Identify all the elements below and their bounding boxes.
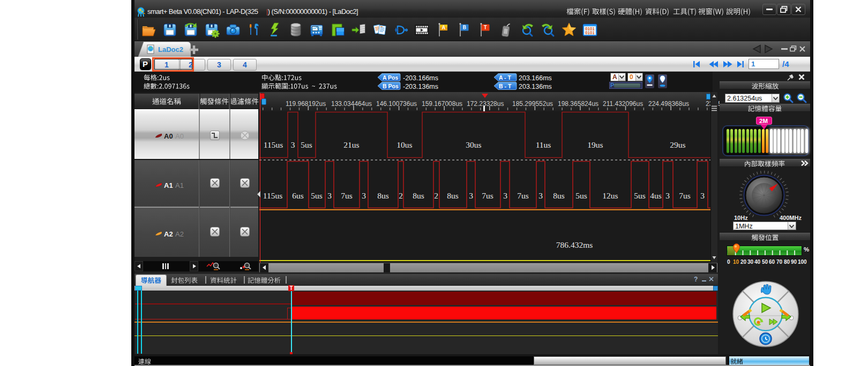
svg-text:6us: 6us	[292, 191, 304, 200]
svg-text:21us: 21us	[343, 140, 359, 149]
svg-text:3: 3	[503, 191, 507, 200]
svg-text:3: 3	[291, 140, 295, 149]
svg-text:3: 3	[665, 191, 670, 200]
svg-text:3: 3	[327, 191, 332, 200]
svg-text:8us: 8us	[413, 191, 424, 200]
svg-text:7us: 7us	[341, 191, 353, 200]
svg-text:5us: 5us	[634, 191, 646, 200]
svg-text:7us: 7us	[517, 191, 529, 200]
svg-text:786.432ms: 786.432ms	[556, 240, 593, 249]
svg-text:5us: 5us	[575, 191, 587, 200]
svg-text:3: 3	[362, 191, 366, 200]
svg-text:3: 3	[538, 191, 543, 200]
svg-text:8us: 8us	[553, 191, 565, 200]
svg-text:5us: 5us	[301, 140, 312, 149]
svg-text:8us: 8us	[447, 191, 459, 200]
svg-text:115us: 115us	[263, 191, 282, 200]
svg-text:30us: 30us	[466, 140, 481, 149]
svg-text:8us: 8us	[377, 191, 389, 200]
svg-text:12us: 12us	[602, 191, 618, 200]
svg-text:7us: 7us	[482, 191, 493, 200]
svg-text:2: 2	[399, 191, 403, 200]
svg-text:3: 3	[700, 191, 705, 200]
svg-text:3: 3	[469, 191, 473, 200]
svg-text:7us: 7us	[679, 191, 691, 200]
svg-text:19us: 19us	[587, 140, 603, 149]
svg-text:29us: 29us	[670, 140, 685, 149]
svg-text:115us: 115us	[264, 140, 283, 149]
svg-text:4us: 4us	[650, 191, 662, 200]
svg-text:10us: 10us	[396, 140, 412, 149]
svg-text:5us: 5us	[311, 191, 323, 200]
svg-text:11us: 11us	[536, 140, 551, 149]
svg-text:2: 2	[434, 191, 438, 200]
